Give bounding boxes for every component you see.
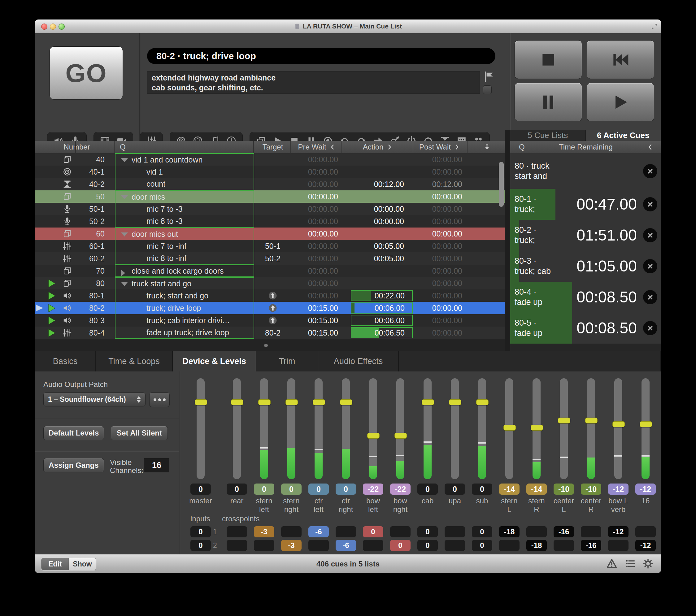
level-value-upa[interactable]: 0 bbox=[445, 484, 465, 495]
pre-wait-cell[interactable]: 00:00.00 bbox=[291, 178, 342, 190]
post-wait-cell[interactable]: 00:00.00 bbox=[413, 203, 466, 215]
fader-knob-stern-l[interactable] bbox=[503, 425, 516, 430]
fader-knob-16[interactable] bbox=[640, 421, 652, 427]
crosspoint-cell[interactable] bbox=[336, 526, 356, 537]
post-wait-cell[interactable]: 00:00.00 bbox=[413, 190, 466, 203]
cue-target-cell[interactable] bbox=[254, 265, 291, 277]
post-wait-cell[interactable]: 00:00.00 bbox=[413, 227, 466, 240]
active-cue-row[interactable]: 80-1 ·truck;00:47.00 bbox=[510, 189, 661, 220]
level-value-center-l[interactable]: -10 bbox=[554, 484, 574, 495]
cue-target-cell[interactable]: 80-2 bbox=[254, 327, 291, 339]
cue-name-cell[interactable]: count bbox=[115, 178, 254, 190]
pre-wait-cell[interactable]: 00:00.00 bbox=[291, 190, 342, 203]
cue-row-50-1[interactable]: 50-1mic 7 to -300:00.0000:00.0000:00.00 bbox=[35, 203, 505, 215]
go-button[interactable]: GO bbox=[49, 46, 123, 100]
tab-time-loops[interactable]: Time & Loops bbox=[96, 351, 173, 372]
level-value-bow-left[interactable]: -22 bbox=[363, 484, 383, 495]
level-value-sub[interactable]: 0 bbox=[472, 484, 492, 495]
pre-wait-cell[interactable]: 00:15.00 bbox=[291, 314, 342, 327]
post-wait-cell[interactable]: 00:00.00 bbox=[413, 153, 466, 165]
pre-wait-cell[interactable]: 00:00.00 bbox=[291, 153, 342, 165]
crosspoint-cell[interactable]: 0 bbox=[363, 526, 383, 537]
crosspoint-cell[interactable]: 0 bbox=[190, 540, 211, 551]
active-cue-row[interactable]: 80-2 ·truck;01:51.00 bbox=[510, 220, 661, 251]
patch-options-button[interactable] bbox=[149, 393, 170, 407]
fader-knob-center-r[interactable] bbox=[585, 417, 598, 424]
cue-target-cell[interactable] bbox=[254, 165, 291, 178]
disclosure-open-icon[interactable] bbox=[121, 233, 128, 237]
pre-wait-cell[interactable]: 00:00.00 bbox=[291, 165, 342, 178]
post-wait-cell[interactable]: 00:00.00 bbox=[413, 165, 466, 178]
fader-knob-stern-r[interactable] bbox=[531, 425, 543, 430]
cue-row-40-1[interactable]: 40-1vid 100:00.0000:00.00 bbox=[35, 165, 505, 178]
fader-track-master[interactable] bbox=[196, 378, 205, 479]
crosspoint-cell[interactable]: 0 bbox=[417, 526, 438, 537]
fader-track-bow-left[interactable] bbox=[369, 378, 377, 479]
cue-name-cell[interactable]: truck; drive loop bbox=[115, 302, 254, 314]
chevron-left-icon[interactable] bbox=[647, 144, 653, 151]
crosspoint-cell[interactable] bbox=[526, 526, 547, 537]
cue-row-60-1[interactable]: 60-1mic 7 to -inf50-100:00.0000:05.0000:… bbox=[35, 240, 505, 252]
set-all-silent-button[interactable]: Set All Silent bbox=[111, 426, 168, 440]
default-levels-button[interactable]: Default Levels bbox=[43, 426, 104, 440]
crosspoint-cell[interactable] bbox=[445, 526, 465, 537]
level-value-cab[interactable]: 0 bbox=[417, 484, 438, 495]
crosspoint-cell[interactable]: -18 bbox=[499, 526, 520, 537]
cue-target-cell[interactable] bbox=[254, 314, 291, 327]
active-cue-row[interactable]: 80-4 ·fade up00:08.50 bbox=[510, 282, 661, 313]
warning-icon[interactable] bbox=[606, 558, 617, 570]
cue-target-cell[interactable] bbox=[254, 277, 291, 289]
tab-6-active-cues[interactable]: 6 Active Cues bbox=[586, 130, 661, 141]
action-cell[interactable]: 00:00.00 bbox=[342, 215, 413, 227]
pre-wait-cell[interactable]: 00:00.00 bbox=[291, 203, 342, 215]
cue-name-cell[interactable]: vid 1 and countdown bbox=[115, 153, 254, 165]
fader-knob-stern-right[interactable] bbox=[285, 399, 298, 405]
pre-wait-cell[interactable]: 00:00.00 bbox=[291, 277, 342, 289]
crosspoint-cell[interactable]: -16 bbox=[554, 526, 574, 537]
cue-target-cell[interactable]: 50-1 bbox=[254, 240, 291, 252]
cue-row-40[interactable]: 40vid 1 and countdown00:00.0000:00.00 bbox=[35, 153, 505, 165]
fader-knob-bow-left[interactable] bbox=[367, 433, 380, 439]
fader-knob-sub[interactable] bbox=[476, 399, 489, 405]
cue-row-80-1[interactable]: 80-1truck; start and go00:00.0000:22.000… bbox=[35, 289, 505, 302]
level-value-16[interactable]: -12 bbox=[635, 484, 656, 495]
action-cell[interactable] bbox=[342, 227, 413, 240]
chevron-right-icon[interactable] bbox=[454, 144, 460, 150]
stop-cue-button[interactable] bbox=[643, 228, 657, 242]
crosspoint-cell[interactable]: 0 bbox=[472, 526, 492, 537]
cue-target-cell[interactable] bbox=[254, 289, 291, 302]
level-value-bow-right[interactable]: -22 bbox=[390, 484, 411, 495]
cue-name-cell[interactable]: fade up truck; drive loop bbox=[115, 327, 254, 339]
cue-name-cell[interactable]: vid 1 bbox=[115, 165, 254, 178]
crosspoint-cell[interactable] bbox=[254, 540, 274, 551]
crosspoint-cell[interactable]: -12 bbox=[608, 526, 629, 537]
cue-row-50-2[interactable]: 50-2mic 8 to -300:00.0000:00.0000:00.00 bbox=[35, 215, 505, 227]
action-cell[interactable]: 00:06.00 bbox=[342, 302, 413, 314]
pre-wait-cell[interactable]: 00:00.00 bbox=[291, 240, 342, 252]
action-cell[interactable]: 00:05.00 bbox=[342, 252, 413, 265]
crosspoint-cell[interactable]: 0 bbox=[390, 540, 411, 551]
cue-name-cell[interactable]: truck start and go bbox=[115, 277, 254, 289]
fader-track-center-l[interactable] bbox=[560, 378, 568, 479]
disclosure-open-icon[interactable] bbox=[121, 158, 128, 162]
cue-name-cell[interactable]: door mics bbox=[115, 190, 254, 203]
pre-wait-cell[interactable]: 00:00.00 bbox=[291, 289, 342, 302]
crosspoint-cell[interactable] bbox=[227, 540, 247, 551]
cue-row-50[interactable]: 50door mics00:00.0000:00.00 bbox=[35, 190, 505, 203]
crosspoint-cell[interactable] bbox=[445, 540, 465, 551]
tab-basics[interactable]: Basics bbox=[35, 351, 96, 372]
crosspoint-cell[interactable] bbox=[363, 540, 383, 551]
cue-target-cell[interactable] bbox=[254, 203, 291, 215]
crosspoint-cell[interactable] bbox=[608, 540, 629, 551]
level-value-stern-right[interactable]: 0 bbox=[281, 484, 302, 495]
stop-cue-button[interactable] bbox=[643, 164, 657, 178]
crosspoint-cell[interactable]: 0 bbox=[472, 540, 492, 551]
cue-name-cell[interactable]: mic 7 to -3 bbox=[115, 203, 254, 215]
cue-name-cell[interactable]: close and lock cargo doors bbox=[115, 265, 254, 277]
pre-wait-cell[interactable]: 00:00.00 bbox=[291, 227, 342, 240]
action-cell[interactable] bbox=[342, 265, 413, 277]
crosspoint-cell[interactable]: -3 bbox=[254, 526, 274, 537]
action-cell[interactable] bbox=[342, 153, 413, 165]
cue-target-cell[interactable] bbox=[254, 153, 291, 165]
column-header-action[interactable]: Action bbox=[342, 141, 413, 153]
